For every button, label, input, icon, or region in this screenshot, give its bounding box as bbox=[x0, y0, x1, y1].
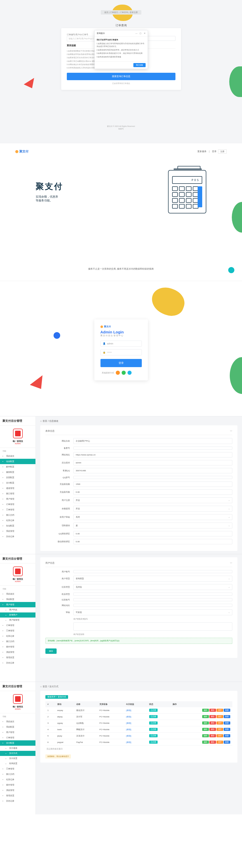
sidebar-item[interactable]: ▪支付方式 bbox=[0, 751, 35, 756]
field-input[interactable]: 1500 bbox=[73, 482, 232, 487]
nav-register-button[interactable]: 注册 bbox=[218, 149, 227, 154]
sidebar-item[interactable]: ▪消息管理 bbox=[0, 649, 35, 655]
op-delete[interactable]: 删除 bbox=[209, 709, 216, 712]
op-delete[interactable]: 删除 bbox=[209, 715, 216, 718]
sidebar-item[interactable]: ▪页面配置 bbox=[0, 475, 35, 480]
field-input[interactable]: 无待选⌄ bbox=[73, 584, 232, 590]
minimize-icon[interactable]: — bbox=[135, 32, 137, 34]
op-clear[interactable]: 清空 bbox=[216, 721, 223, 724]
sidebar-item[interactable]: ▪管理设置 bbox=[0, 655, 35, 660]
op-refresh[interactable]: 刷新 bbox=[223, 728, 230, 731]
op-refresh[interactable]: 刷新 bbox=[223, 741, 230, 744]
sidebar-item[interactable]: ▪操作管理 bbox=[0, 644, 35, 649]
chat-fab[interactable] bbox=[228, 267, 234, 273]
sidebar-item[interactable]: ▪系统配置 bbox=[0, 724, 35, 730]
sidebar-item[interactable]: ▪接口文档 bbox=[0, 772, 35, 777]
op-clear[interactable]: 清空 bbox=[216, 734, 223, 737]
field-input[interactable]: 300741486 bbox=[73, 468, 232, 473]
nav-more[interactable]: 更多服务 bbox=[197, 150, 207, 153]
op-edit[interactable]: 编辑 bbox=[202, 709, 209, 712]
field-input[interactable] bbox=[73, 598, 232, 601]
edit-income[interactable]: [修改] bbox=[126, 722, 131, 724]
top-nav[interactable]: 首页 | 订单提交 | 订单查询 | 登录注册 bbox=[101, 10, 141, 14]
sidebar-item[interactable]: ▪支付设置 bbox=[0, 756, 35, 761]
maximize-icon[interactable]: ▢ bbox=[139, 32, 141, 34]
sidebar-item[interactable]: ▪用户列表 bbox=[0, 607, 35, 613]
sidebar-item[interactable]: ▪服务配置 bbox=[0, 469, 35, 475]
sidebar-item[interactable]: ▪用户组管理 bbox=[0, 618, 35, 623]
wechat-icon[interactable] bbox=[122, 371, 126, 375]
op-refresh[interactable]: 刷新 bbox=[223, 709, 230, 712]
field-input[interactable] bbox=[73, 592, 232, 596]
field-input[interactable]: 0.00 bbox=[73, 539, 232, 544]
edit-income[interactable]: [修改] bbox=[126, 735, 131, 737]
sidebar-item[interactable]: ▪短信配置 bbox=[0, 523, 35, 528]
sidebar-item[interactable]: ▪支付配置 bbox=[0, 740, 35, 746]
field-input[interactable]: 是⌄ bbox=[73, 523, 232, 528]
sidebar-item[interactable]: ▪系统首页 bbox=[0, 591, 35, 597]
field-input[interactable]: 0.00 bbox=[73, 489, 232, 495]
field-input[interactable]: admin bbox=[73, 460, 232, 465]
username-input[interactable]: 👤admin bbox=[101, 341, 142, 347]
sidebar-item[interactable]: ▪工单管理 bbox=[0, 507, 35, 513]
op-delete[interactable]: 删除 bbox=[209, 734, 216, 737]
field-input[interactable] bbox=[73, 446, 232, 450]
sidebar-item[interactable]: ▪支付配置 bbox=[0, 480, 35, 486]
sidebar-item[interactable]: ▪系统配置 bbox=[0, 597, 35, 602]
sidebar-item[interactable]: ▪信息配置 bbox=[0, 459, 35, 464]
field-input[interactable]: 开启⌄ bbox=[73, 497, 232, 503]
sidebar-item[interactable]: ▪结算记录 bbox=[0, 777, 35, 782]
op-refresh[interactable]: 刷新 bbox=[223, 734, 230, 737]
sidebar-item[interactable]: ▪接口文档 bbox=[0, 639, 35, 644]
textarea[interactable] bbox=[73, 622, 232, 630]
brand-logo[interactable]: 聚支付 bbox=[15, 149, 29, 154]
sidebar-item[interactable]: ▪结算记录 bbox=[0, 518, 35, 523]
qq-icon[interactable] bbox=[128, 371, 132, 375]
sidebar-item[interactable]: ▪系统首页 bbox=[0, 454, 35, 459]
op-clear[interactable]: 清空 bbox=[216, 741, 223, 744]
field-input[interactable] bbox=[73, 604, 232, 607]
edit-income[interactable]: [修改] bbox=[126, 741, 131, 743]
sidebar-item[interactable]: ▪管理设置 bbox=[0, 793, 35, 798]
sidebar-item[interactable]: ▪接口文档 bbox=[0, 513, 35, 518]
field-input[interactable]: 企业级用户中心 bbox=[73, 438, 232, 444]
add-method-button[interactable]: 修改排序 + 新加方式 bbox=[45, 695, 68, 699]
edit-income[interactable]: [修改] bbox=[126, 716, 131, 718]
sidebar-item[interactable]: ▪历史记录 bbox=[0, 534, 35, 539]
op-delete[interactable]: 删除 bbox=[209, 721, 216, 724]
field-input[interactable] bbox=[73, 476, 232, 479]
field-input[interactable]: 0.00 bbox=[73, 531, 232, 536]
sidebar-item[interactable]: ▪工单管理 bbox=[0, 628, 35, 633]
nav-login[interactable]: 登录 bbox=[212, 150, 216, 153]
op-refresh[interactable]: 刷新 bbox=[223, 721, 230, 724]
op-refresh[interactable]: 刷新 bbox=[223, 715, 230, 718]
field-input[interactable]: 关闭⌄ bbox=[73, 514, 232, 520]
home-icon[interactable]: ⌂ bbox=[40, 685, 41, 688]
op-clear[interactable]: 清空 bbox=[216, 715, 223, 718]
op-edit[interactable]: 编辑 bbox=[202, 734, 209, 737]
sidebar-item[interactable]: ▪用户管理 bbox=[0, 730, 35, 735]
field-input[interactable]: 开启⌄ bbox=[73, 506, 232, 512]
sidebar-item[interactable]: ▪结算记录 bbox=[0, 633, 35, 639]
op-edit[interactable]: 编辑 bbox=[202, 715, 209, 718]
home-icon[interactable]: ⌂ bbox=[40, 420, 41, 422]
sidebar-item[interactable]: ▪邮件配置 bbox=[0, 464, 35, 469]
modal-ok-button[interactable]: 我已知晓 bbox=[133, 63, 146, 67]
field-input[interactable]: 可发送⌄ bbox=[73, 610, 232, 615]
sidebar-item[interactable]: ▪订单管理 bbox=[0, 735, 35, 740]
sidebar-item[interactable]: ▪订单管理 bbox=[0, 623, 35, 628]
search-button[interactable]: 搜索查询订单信息 bbox=[67, 73, 175, 80]
sidebar-item[interactable]: ▪新增用户 bbox=[0, 613, 35, 618]
weibo-icon[interactable] bbox=[116, 371, 120, 375]
login-button[interactable]: 登录 bbox=[101, 359, 142, 367]
sidebar-item[interactable]: ▪消息管理 bbox=[0, 787, 35, 793]
sidebar-item[interactable]: ▪历史记录 bbox=[0, 798, 35, 804]
op-clear[interactable]: 清空 bbox=[216, 728, 223, 731]
save-button[interactable]: 保存 bbox=[45, 648, 57, 654]
op-delete[interactable]: 删除 bbox=[209, 741, 216, 744]
field-input[interactable]: 查询类型⌄ bbox=[73, 576, 232, 582]
sidebar-item[interactable]: ▪历史记录 bbox=[0, 660, 35, 665]
op-delete[interactable]: 删除 bbox=[209, 728, 216, 731]
collapse-icon[interactable]: ▭ bbox=[230, 429, 232, 433]
op-edit[interactable]: 编辑 bbox=[202, 741, 209, 744]
